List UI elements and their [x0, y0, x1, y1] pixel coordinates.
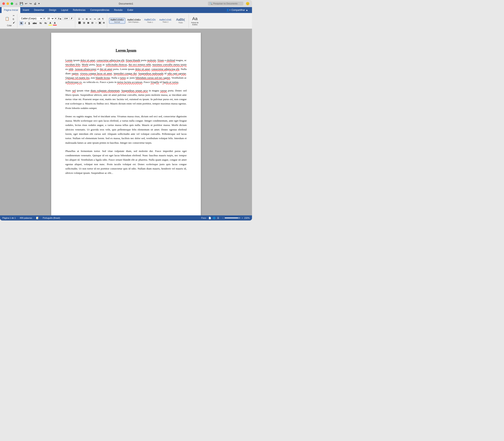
maximize-button[interactable] — [11, 2, 13, 5]
paste-label: Colar — [7, 24, 12, 27]
sort-button[interactable]: ↕A — [97, 17, 101, 20]
clear-format-button[interactable]: ✗ — [70, 17, 74, 20]
style-title1-label: Título 1 — [147, 21, 153, 23]
proofing-icon[interactable]: 📝 — [36, 217, 39, 219]
paste-icon: 📋 — [5, 16, 9, 21]
style-normal-preview: AaBbCcDdEe — [110, 18, 124, 21]
shading-button[interactable]: ▣ — [98, 21, 102, 24]
painel-estilos-button[interactable]: Aa Painel deEstilos — [190, 15, 200, 26]
style-title2-label: Título 2 — [163, 21, 168, 23]
tab-pagina-inicial[interactable]: Página Inicial — [1, 7, 20, 13]
font-name-select[interactable]: Calibri (Corpo) — [19, 16, 43, 21]
minimize-button[interactable] — [6, 2, 9, 5]
font-size-select[interactable]: 16 — [45, 16, 54, 21]
paragraph-3: Donec eu sagittis magna. Sed et tincidun… — [65, 114, 187, 145]
line-spacing-button[interactable]: ↕ — [94, 21, 98, 24]
print-layout-icon[interactable]: 📄 — [208, 217, 211, 219]
align-left-button[interactable]: ⬛ — [77, 21, 82, 24]
align-right-button[interactable]: ▦ — [86, 21, 90, 24]
paragraph-1: Lorem ipsum dolor sit amet, consectetur … — [65, 58, 187, 85]
chevron-up-icon: ▲ — [246, 9, 248, 11]
tab-exibir[interactable]: Exibir — [125, 7, 136, 13]
superscript-button[interactable]: X2 — [43, 21, 48, 25]
zoom-in-button[interactable]: + — [242, 217, 243, 219]
font-name-dropdown-icon: ▼ — [43, 17, 45, 19]
spell-check-icon: 📝 — [36, 217, 39, 219]
font-color-button[interactable]: A — [53, 21, 57, 25]
borders-button[interactable]: ⊞ — [102, 21, 106, 24]
web-layout-icon[interactable]: 🌐 — [213, 217, 216, 219]
increase-font-button[interactable]: A▲ — [57, 17, 63, 20]
underline-button[interactable]: S — [27, 21, 31, 25]
zoom-out-button[interactable]: − — [222, 217, 223, 219]
style-title-preview: AaBb( — [176, 18, 185, 21]
show-formatting-button[interactable]: ¶ — [101, 17, 104, 20]
word-count: 499 palavras — [20, 217, 32, 219]
decrease-indent-button[interactable]: ⇤ — [89, 17, 92, 21]
traffic-lights — [2, 2, 13, 5]
format-painter-button[interactable]: 🖌 — [12, 21, 16, 24]
tab-layout[interactable]: Layout — [59, 7, 71, 13]
copy-button[interactable]: ⎘ — [12, 17, 16, 21]
status-bar: Página 1 de 1 499 palavras 📝 Português (… — [0, 215, 252, 220]
italic-button[interactable]: I — [24, 21, 27, 25]
tab-revisao[interactable]: Revisão — [112, 7, 125, 13]
bullets-button[interactable]: ☰ — [77, 17, 81, 21]
decrease-font-button[interactable]: A▼ — [63, 17, 69, 20]
search-icon: 🔍 — [209, 2, 212, 5]
search-bar[interactable]: 🔍 Pesquisar no Documento — [208, 1, 243, 5]
zoom-slider-fill — [225, 218, 238, 218]
tab-referencias[interactable]: Referências — [71, 7, 88, 13]
justify-button[interactable]: ▤ — [90, 21, 94, 24]
search-placeholder: Pesquisar no Documento — [213, 2, 238, 5]
page-info: Página 1 de 1 — [2, 217, 16, 219]
painel-estilos-label: Painel deEstilos — [191, 22, 199, 26]
redo-icon[interactable]: ↪ — [29, 2, 32, 5]
tab-inserir[interactable]: Inserir — [20, 7, 31, 13]
home-icon[interactable]: ⌂ — [15, 2, 17, 5]
document-page[interactable]: Lorem Ipsum Lorem ipsum dolor sit amet, … — [51, 33, 201, 215]
ribbon-toolbar: 📋 ✂ ⎘ 🖌 Colar Calibri (Corpo) ▼ 16 — [0, 13, 252, 29]
strikethrough-button[interactable]: abc — [31, 21, 38, 25]
style-title[interactable]: AaBb( Título — [174, 17, 187, 24]
tab-desenhar[interactable]: Desenhar — [32, 7, 47, 13]
tab-design[interactable]: Design — [47, 7, 59, 13]
print-icon[interactable]: 🖨 — [34, 2, 36, 5]
align-center-button[interactable]: ▥ — [82, 21, 86, 24]
document-area: Lorem Ipsum Lorem ipsum dolor sit amet, … — [0, 29, 252, 215]
share-button[interactable]: 👤+ Compartilhar ▲ — [224, 7, 251, 13]
style-nospace-preview: AaBbCcDdEe — [127, 18, 141, 21]
undo-icon[interactable]: ↩ — [25, 2, 27, 5]
paragraph-group: ☰ ≡ ⊞ ⇤ ⇥ ↕A ¶ ⬛ ▥ ▦ ▤ ↕ ▣ ⊞ — [76, 14, 107, 28]
zoom-level: 150% — [244, 217, 250, 219]
zoom-slider[interactable] — [225, 218, 240, 218]
ribbon-tabs: Página Inicial Inserir Desenhar Design L… — [0, 7, 252, 13]
save-icon[interactable]: 💾 — [20, 2, 23, 5]
text-highlight-button[interactable]: A — [48, 21, 52, 25]
emoji-icon[interactable]: 🙂 — [246, 2, 250, 5]
bold-button[interactable]: N — [19, 21, 23, 25]
tab-correspondencias[interactable]: Correspondências — [88, 7, 112, 13]
style-title2-preview: AaBbCcDdE — [159, 18, 171, 21]
style-normal[interactable]: AaBbCcDdEe Normal — [109, 18, 125, 24]
paragraph-4: Phasellus ut fermentum tortor. Sed vitae… — [65, 149, 187, 175]
style-title2[interactable]: AaBbCcDdE Título 2 — [158, 18, 173, 24]
style-nospace-label: Sem Espaça... — [128, 21, 140, 23]
paragraph-2: Nunc sed ipsum vitae diam vulputate elem… — [65, 89, 187, 110]
outline-icon[interactable]: ☰ — [217, 217, 219, 219]
multilevel-list-button[interactable]: ⊞ — [85, 17, 89, 21]
focus-mode[interactable]: Foco — [201, 217, 206, 219]
style-no-space[interactable]: AaBbCcDdEe Sem Espaça... — [126, 18, 142, 24]
increase-indent-button[interactable]: ⇥ — [93, 17, 96, 21]
document-title: Documento1 — [119, 2, 133, 5]
paste-button[interactable]: 📋 — [3, 16, 11, 22]
customize-icon[interactable]: ▾ — [38, 2, 40, 5]
language[interactable]: Português (Brasil) — [43, 217, 60, 219]
style-title1[interactable]: AaBbCcDc Título 1 — [143, 18, 157, 24]
style-normal-label: Normal — [114, 21, 120, 23]
cut-button[interactable]: ✂ — [12, 14, 16, 17]
font-group: Calibri (Corpo) ▼ 16 ▼ A▲ A▼ ✗ N I S abc… — [18, 14, 75, 28]
close-button[interactable] — [2, 2, 5, 5]
subscript-button[interactable]: X2 — [38, 21, 43, 25]
numbering-button[interactable]: ≡ — [81, 17, 85, 20]
